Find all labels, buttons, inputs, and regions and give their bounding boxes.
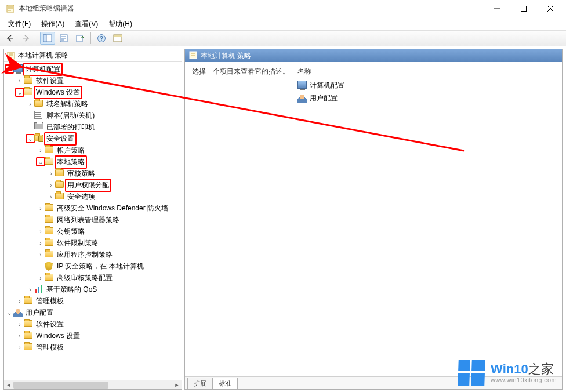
svg-text:?: ? <box>100 35 103 42</box>
folder-icon <box>45 238 54 248</box>
tree-security-settings[interactable]: 安全设置 <box>44 132 77 146</box>
list-item[interactable]: 用户配置 <box>297 92 555 104</box>
tree-windows-settings[interactable]: Windows 设置 <box>34 86 82 99</box>
tree-dns-policy[interactable]: 域名解析策略 <box>45 99 89 110</box>
tree-user-config[interactable]: 用户配置 <box>24 307 55 318</box>
expand-computer-config[interactable]: ⌄ <box>5 65 13 73</box>
maximize-button[interactable] <box>510 0 537 17</box>
minimize-button[interactable] <box>484 0 510 17</box>
folder-icon <box>24 331 33 340</box>
expand-software-restriction[interactable]: › <box>37 239 45 247</box>
expand-account-policies[interactable]: › <box>37 146 45 154</box>
expand-u-admin[interactable]: › <box>16 343 24 351</box>
folder-icon <box>45 157 54 166</box>
list-item[interactable]: 计算机配置 <box>297 79 555 92</box>
expand-windows-settings[interactable]: ⌄ <box>16 88 24 96</box>
help-button[interactable]: ? <box>94 32 109 45</box>
expand-security-options[interactable]: › <box>47 193 55 201</box>
tree-account-policies[interactable]: 帐户策略 <box>56 145 86 156</box>
expand-qos[interactable]: › <box>26 285 34 293</box>
expand-defender[interactable]: › <box>37 204 45 212</box>
tab-standard[interactable]: 标准 <box>212 378 238 390</box>
expand-user-rights[interactable]: › <box>47 181 55 189</box>
scroll-right-button[interactable]: ► <box>172 380 182 389</box>
menubar: 文件(F) 操作(A) 查看(V) 帮助(H) <box>0 17 566 30</box>
show-tree-button[interactable] <box>40 32 55 45</box>
expand-audit-policy[interactable]: › <box>47 169 55 177</box>
tree-software-restriction[interactable]: 软件限制策略 <box>56 238 100 249</box>
folder-icon <box>24 88 33 97</box>
expand-local-policies[interactable]: ⌄ <box>37 158 45 166</box>
tree-admin-templates[interactable]: 管理模板 <box>35 296 65 307</box>
tree-header: 本地计算机 策略 <box>4 49 182 62</box>
close-button[interactable] <box>537 0 564 17</box>
properties-button[interactable] <box>56 32 71 45</box>
svg-rect-1 <box>521 6 527 11</box>
expand-u-software[interactable]: › <box>16 320 24 328</box>
filter-button[interactable] <box>110 32 125 45</box>
back-button[interactable] <box>2 32 17 45</box>
tree-qos[interactable]: 基于策略的 QoS <box>45 284 98 295</box>
menu-help[interactable]: 帮助(H) <box>104 18 137 30</box>
scroll-thumb[interactable] <box>13 382 108 389</box>
folder-icon <box>45 146 54 155</box>
tree-u-admin[interactable]: 管理模板 <box>35 342 65 353</box>
expand-dns-policy[interactable]: › <box>26 100 34 108</box>
list-item-label: 用户配置 <box>310 93 338 103</box>
tree-user-rights[interactable]: 用户权限分配 <box>65 179 111 192</box>
content-pane: 本地计算机 策略 选择一个项目来查看它的描述。 名称 计算机配置 用户配置 扩展… <box>184 49 563 390</box>
folder-icon <box>45 215 54 224</box>
tree-computer-config[interactable]: 计算机配置 <box>23 63 63 76</box>
forward-button[interactable] <box>19 32 34 45</box>
expand-u-windows[interactable]: › <box>16 332 24 340</box>
folder-icon <box>24 343 33 352</box>
content-body: 选择一个项目来查看它的描述。 名称 计算机配置 用户配置 <box>185 62 562 376</box>
watermark-brand-prefix: Win10 <box>491 362 528 376</box>
menu-file[interactable]: 文件(F) <box>3 18 35 30</box>
script-icon <box>34 111 43 120</box>
user-icon <box>13 308 23 317</box>
main-area: 本地计算机 策略 ⌄ 计算机配置 › 软件设置 ⌄ Windows 设置 › <box>0 46 566 392</box>
list-item-label: 计算机配置 <box>310 81 344 90</box>
folder-icon <box>24 320 33 329</box>
expand-admin-templates[interactable]: › <box>16 297 24 305</box>
tree-app-control[interactable]: 应用程序控制策略 <box>56 249 114 260</box>
tree-scrollbar[interactable]: ◄ ► <box>4 380 182 389</box>
tree-u-software[interactable]: 软件设置 <box>35 319 65 330</box>
tree-network-list[interactable]: 网络列表管理器策略 <box>56 215 121 226</box>
tree-deployed-printers[interactable]: 已部署的打印机 <box>45 122 96 133</box>
tree-view[interactable]: ⌄ 计算机配置 › 软件设置 ⌄ Windows 设置 › 域名解析策略 · <box>4 62 182 380</box>
expand-advanced-audit[interactable]: › <box>37 274 45 282</box>
expand-user-config[interactable]: ⌄ <box>5 308 13 317</box>
scroll-left-button[interactable]: ◄ <box>4 380 13 389</box>
folder-icon <box>45 273 54 282</box>
tree-root-label: 本地计算机 策略 <box>18 50 68 60</box>
tree-advanced-audit[interactable]: 高级审核策略配置 <box>56 273 114 284</box>
folder-icon <box>45 250 54 259</box>
tree-defender[interactable]: 高级安全 Windows Defender 防火墙 <box>56 203 169 214</box>
tree-scripts[interactable]: 脚本(启动/关机) <box>45 110 96 121</box>
tree-security-options[interactable]: 安全选项 <box>66 191 96 202</box>
expand-public-key[interactable]: › <box>37 227 45 235</box>
folder-icon <box>45 227 54 236</box>
expand-software-settings[interactable]: › <box>16 77 24 85</box>
expand-security-settings[interactable]: ⌄ <box>26 135 34 143</box>
tree-u-windows[interactable]: Windows 设置 <box>35 331 81 342</box>
folder-icon <box>55 180 64 190</box>
export-button[interactable] <box>72 32 88 45</box>
tree-software-settings[interactable]: 软件设置 <box>35 75 65 86</box>
content-header: 本地计算机 策略 <box>185 49 562 62</box>
expand-app-control[interactable]: › <box>37 251 45 259</box>
folder-icon <box>24 296 33 306</box>
computer-icon <box>13 64 23 74</box>
menu-action[interactable]: 操作(A) <box>37 18 69 30</box>
tree-audit-policy[interactable]: 审核策略 <box>66 168 96 179</box>
tab-extended[interactable]: 扩展 <box>187 378 213 390</box>
column-name: 名称 <box>297 67 555 77</box>
app-icon <box>6 4 15 13</box>
tree-local-policies[interactable]: 本地策略 <box>55 155 87 169</box>
tree-ip-security[interactable]: IP 安全策略，在 本地计算机 <box>56 261 145 272</box>
policy-icon <box>188 50 198 61</box>
tree-public-key[interactable]: 公钥策略 <box>56 226 86 237</box>
menu-view[interactable]: 查看(V) <box>70 18 103 30</box>
